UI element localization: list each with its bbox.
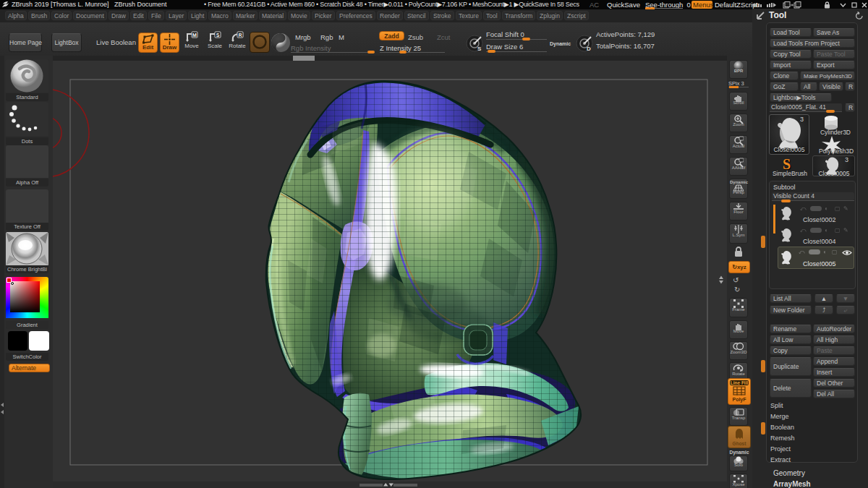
- svg-text:D: D: [587, 46, 591, 52]
- svg-text:S: S: [216, 33, 220, 38]
- svg-text:S: S: [477, 46, 482, 52]
- svg-text:M: M: [192, 33, 197, 38]
- svg-text:R: R: [238, 33, 242, 38]
